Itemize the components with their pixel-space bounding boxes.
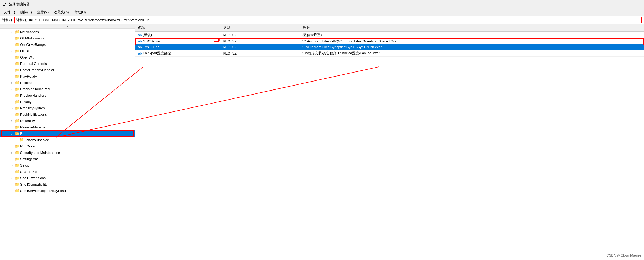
folder-icon: 📁 [15, 68, 19, 72]
expand-icon: ▷ [10, 30, 14, 34]
expand-icon: ▷ [10, 87, 14, 91]
folder-icon: 📁 [15, 156, 19, 161]
menu-view[interactable]: 查看(V) [34, 9, 51, 16]
item-label: PhotoPropertyHandler [20, 68, 54, 72]
folder-icon: 📁 [15, 188, 19, 193]
row-data: "C:\Program Files\Synaptics\SynTP\SynTPE… [300, 44, 644, 50]
expand-icon: ▷ [10, 80, 14, 85]
item-label: PushNotifications [20, 113, 47, 116]
folder-icon: 📁 [15, 61, 19, 66]
title-bar: 🗂 注册表编辑器 [0, 0, 644, 8]
tree-item-securityandmaintenance[interactable]: ▷ 📁 Security and Maintenance [0, 149, 135, 156]
expand-icon [10, 42, 14, 47]
row-type: REG_SZ [220, 38, 300, 44]
expand-icon [10, 61, 14, 66]
reg-value-icon: ab [138, 51, 142, 55]
item-label: Policies [20, 81, 32, 85]
expand-icon: ▽ [10, 131, 14, 136]
tree-item-onedriveramps[interactable]: 📁 OneDriveRamps [0, 41, 135, 48]
tree-item-pushnotifications[interactable]: ▷ 📁 PushNotifications [0, 111, 135, 118]
folder-icon: 📁 [15, 144, 19, 149]
tree-item-precisiontouchpad[interactable]: ▷ 📁 PrecisionTouchPad [0, 86, 135, 92]
item-label: PropertySystem [20, 106, 45, 110]
window-title: 注册表编辑器 [9, 2, 30, 7]
table-row[interactable]: ab (默认) REG_SZ (数值未设置) [135, 32, 644, 38]
tree-item-privacy[interactable]: 📁 Privacy [0, 98, 135, 105]
tree-item-shellcompatibility[interactable]: ▷ 📁 ShellCompatibility [0, 181, 135, 187]
row-name: (默认) [143, 33, 152, 37]
item-label: Parental Controls [20, 62, 47, 66]
tree-item-photopropertyhandler[interactable]: 📁 PhotoPropertyHandler [0, 67, 135, 73]
item-label: RunOnce [20, 144, 35, 148]
expand-icon: ▷ [10, 106, 14, 110]
folder-icon: 📁 [15, 163, 19, 168]
folder-icon: 📁 [15, 182, 19, 187]
expand-icon [14, 138, 18, 142]
menu-help[interactable]: 帮助(H) [72, 9, 89, 16]
expand-icon: ▷ [10, 49, 14, 53]
name-cell: ab Thinkpad温度监控 [138, 51, 217, 56]
item-label: OneDriveRamps [20, 43, 46, 47]
expand-icon [10, 189, 14, 193]
tree-item-reliability[interactable]: ▷ 📁 Reliability [0, 118, 135, 124]
tree-item-policies[interactable]: ▷ 📁 Policies [0, 79, 135, 86]
row-data: "C:\Program Files (x86)\Common Files\Gra… [300, 38, 644, 44]
tree-item-notifications[interactable]: ▷ 📁 Notifications [0, 29, 135, 35]
menu-favorites[interactable]: 收藏夹(A) [51, 9, 71, 16]
item-label: Run [20, 132, 27, 136]
folder-icon: 📁 [15, 36, 19, 41]
folder-icon: 📁 [15, 74, 19, 79]
address-bar: 计算机 [0, 16, 644, 24]
row-type: REG_SZ [220, 32, 300, 38]
tree-item-setup[interactable]: ▷ 📁 Setup [0, 162, 135, 168]
item-label: OOBE [20, 49, 30, 53]
folder-icon: 📁 [15, 93, 19, 98]
tree-item-shellserviceobjectdelayload[interactable]: 📁 ShellServiceObjectDelayLoad [0, 187, 135, 194]
tree-item-shellextensions[interactable]: ▷ 📁 Shell Extensions [0, 175, 135, 181]
tree-item-parentalcontrols[interactable]: 📁 Parental Controls [0, 60, 135, 67]
tree-item-openwith[interactable]: 📁 OpenWith [0, 54, 135, 60]
item-label: SettingSync [20, 157, 38, 161]
item-label: Security and Maintenance [20, 151, 60, 155]
reg-value-icon: ab [138, 45, 142, 49]
tree-item-settingsync[interactable]: 📁 SettingSync [0, 156, 135, 162]
expand-icon [10, 55, 14, 59]
table-row[interactable]: ab Thinkpad温度监控 REG_SZ "D:\程序安装\其它程序\Thi… [135, 50, 644, 57]
expand-icon: ▷ [10, 176, 14, 180]
tree-item-shareddlls[interactable]: 📁 SharedDlls [0, 168, 135, 175]
folder-icon: 📁 [15, 106, 19, 110]
folder-icon: 📁 [15, 80, 19, 85]
reg-value-icon: ab [138, 33, 142, 37]
tree-item-propertysystem[interactable]: ▷ 📁 PropertySystem [0, 105, 135, 111]
folder-icon: 📁 [15, 42, 19, 47]
table-row[interactable]: ab GSCServer REG_SZ "C:\Program Files (x… [135, 38, 644, 44]
tree-item-runonce[interactable]: 📁 RunOnce [0, 143, 135, 149]
tree-item-oobe[interactable]: ▷ 📁 OOBE [0, 48, 135, 54]
item-label: PlayReady [20, 74, 37, 78]
menu-edit[interactable]: 编辑(E) [18, 9, 34, 16]
table-row-syntpenh[interactable]: ab SynTPEnh REG_SZ "C:\Program Files\Syn… [135, 44, 644, 50]
tree-item-run[interactable]: ▽ 📂 Run [0, 130, 135, 137]
tree-item-playready[interactable]: ▷ 📁 PlayReady [0, 73, 135, 79]
folder-icon: 📁 [15, 112, 19, 117]
row-data: (数值未设置) [300, 32, 644, 38]
expand-icon [10, 68, 14, 72]
item-label: ReserveManager [20, 125, 47, 129]
reg-value-icon: ab [138, 39, 142, 43]
address-input[interactable] [15, 17, 641, 23]
tree-item-lenovodisabled[interactable]: 📁 LenovoDisabled [0, 137, 135, 143]
expand-icon: ▷ [10, 112, 14, 116]
folder-icon: 📁 [15, 118, 19, 123]
item-label: LenovoDisabled [24, 138, 49, 142]
row-data: "D:\程序安装\其它程序\ThinkPad温度\FanTool.exe" [300, 50, 644, 57]
menu-file[interactable]: 文件(F) [1, 9, 18, 16]
folder-icon: 📁 [15, 176, 19, 180]
folder-icon: 📁 [15, 55, 19, 60]
tree-item-reservemanager[interactable]: 📁 ReserveManager [0, 124, 135, 130]
tree-item-previewhandlers[interactable]: 📁 PreviewHandlers [0, 92, 135, 98]
expand-icon: ▷ [10, 182, 14, 186]
expand-icon: ▷ [10, 150, 14, 155]
main-content: ▲ ▷ 📁 Notifications 📁 OEMInformation 📁 O… [0, 24, 644, 260]
name-cell: ab SynTPEnh [138, 45, 217, 49]
tree-item-oeminformation[interactable]: 📁 OEMInformation [0, 35, 135, 41]
